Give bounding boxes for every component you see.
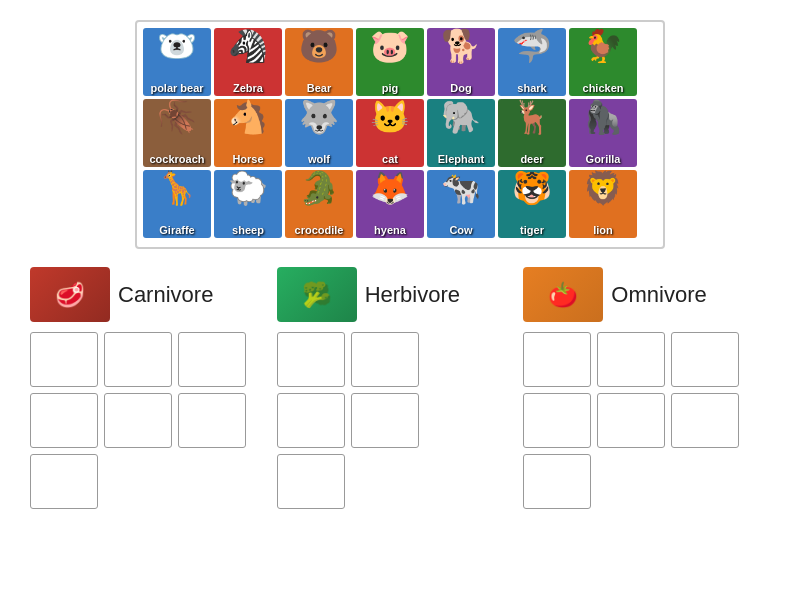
animal-label: pig	[382, 82, 399, 94]
animal-card-bear[interactable]: 🐻Bear	[285, 28, 353, 96]
animal-card-chicken[interactable]: 🐓chicken	[569, 28, 637, 96]
animal-label: wolf	[308, 153, 330, 165]
animal-card-polar-bear[interactable]: 🐻‍❄️polar bear	[143, 28, 211, 96]
animal-emoji-1: 🐑	[214, 172, 282, 204]
drop-box[interactable]	[523, 332, 591, 387]
carnivore-drop-row-1	[30, 332, 246, 387]
carnivore-header: 🥩 Carnivore	[30, 267, 213, 322]
animal-card-gorilla[interactable]: 🦍Gorilla	[569, 99, 637, 167]
animal-emoji-2: 🐻	[285, 30, 353, 62]
animal-emoji-4: 🐕	[427, 30, 495, 62]
animal-card-tiger[interactable]: 🐯tiger	[498, 170, 566, 238]
herbivore-image: 🥦	[277, 267, 357, 322]
animal-emoji-6: 🦁	[569, 172, 637, 204]
animal-label: crocodile	[295, 224, 344, 236]
animal-card-zebra[interactable]: 🦓Zebra	[214, 28, 282, 96]
animal-emoji-2: 🐊	[285, 172, 353, 204]
animal-card-cockroach[interactable]: 🪳cockroach	[143, 99, 211, 167]
animal-card-hyena[interactable]: 🦊hyena	[356, 170, 424, 238]
drop-box[interactable]	[523, 454, 591, 509]
carnivore-drop-row-2	[30, 393, 246, 448]
animal-emoji-3: 🐷	[356, 30, 424, 62]
drop-box[interactable]	[671, 332, 739, 387]
carnivore-drop-row-3	[30, 454, 98, 509]
animal-label: Cow	[449, 224, 472, 236]
drop-box[interactable]	[671, 393, 739, 448]
animal-emoji-3: 🐱	[356, 101, 424, 133]
animal-card-deer[interactable]: 🦌deer	[498, 99, 566, 167]
carnivore-image: 🥩	[30, 267, 110, 322]
animal-emoji-0: 🪳	[143, 101, 211, 133]
animal-card-shark[interactable]: 🦈shark	[498, 28, 566, 96]
animal-card-elephant[interactable]: 🐘Elephant	[427, 99, 495, 167]
animal-emoji-3: 🦊	[356, 172, 424, 204]
animal-card-lion[interactable]: 🦁lion	[569, 170, 637, 238]
animal-card-cat[interactable]: 🐱cat	[356, 99, 424, 167]
drop-box[interactable]	[597, 393, 665, 448]
animal-label: Elephant	[438, 153, 484, 165]
drop-box[interactable]	[30, 393, 98, 448]
animal-card-wolf[interactable]: 🐺wolf	[285, 99, 353, 167]
animal-label: Gorilla	[586, 153, 621, 165]
drop-box[interactable]	[104, 332, 172, 387]
animal-card-sheep[interactable]: 🐑sheep	[214, 170, 282, 238]
animal-emoji-4: 🐘	[427, 101, 495, 133]
herbivore-header: 🥦 Herbivore	[277, 267, 460, 322]
animal-label: cockroach	[149, 153, 204, 165]
animal-emoji-0: 🐻‍❄️	[143, 30, 211, 62]
drop-box[interactable]	[30, 454, 98, 509]
animal-label: hyena	[374, 224, 406, 236]
animal-label: deer	[520, 153, 543, 165]
animal-emoji-6: 🦍	[569, 101, 637, 133]
animal-emoji-1: 🐴	[214, 101, 282, 133]
drop-box[interactable]	[351, 332, 419, 387]
animal-emoji-1: 🦓	[214, 30, 282, 62]
sorting-area: 🥩 Carnivore 🥦 Herbivore	[0, 267, 800, 509]
omnivore-header: 🍅 Omnivore	[523, 267, 706, 322]
carnivore-column: 🥩 Carnivore	[30, 267, 277, 509]
drop-box[interactable]	[277, 393, 345, 448]
carnivore-label: Carnivore	[118, 282, 213, 308]
herbivore-drop-row-1	[277, 332, 419, 387]
herbivore-column: 🥦 Herbivore	[277, 267, 524, 509]
animal-emoji-6: 🐓	[569, 30, 637, 62]
omnivore-column: 🍅 Omnivore	[523, 267, 770, 509]
drop-box[interactable]	[178, 332, 246, 387]
grid-row-1: 🐻‍❄️polar bear🦓Zebra🐻Bear🐷pig🐕Dog🦈shark🐓…	[143, 28, 657, 96]
animal-card-dog[interactable]: 🐕Dog	[427, 28, 495, 96]
animal-label: cat	[382, 153, 398, 165]
animal-card-cow[interactable]: 🐄Cow	[427, 170, 495, 238]
drop-box[interactable]	[30, 332, 98, 387]
animal-label: tiger	[520, 224, 544, 236]
animal-label: Dog	[450, 82, 471, 94]
animal-emoji-2: 🐺	[285, 101, 353, 133]
animal-card-pig[interactable]: 🐷pig	[356, 28, 424, 96]
drop-box[interactable]	[178, 393, 246, 448]
animal-card-crocodile[interactable]: 🐊crocodile	[285, 170, 353, 238]
omnivore-drop-row-2	[523, 393, 739, 448]
animal-label: sheep	[232, 224, 264, 236]
drop-box[interactable]	[523, 393, 591, 448]
herbivore-label: Herbivore	[365, 282, 460, 308]
omnivore-drop-row-1	[523, 332, 739, 387]
animal-label: Zebra	[233, 82, 263, 94]
animal-label: Horse	[232, 153, 263, 165]
animal-card-horse[interactable]: 🐴Horse	[214, 99, 282, 167]
animal-label: lion	[593, 224, 613, 236]
animal-card-giraffe[interactable]: 🦒Giraffe	[143, 170, 211, 238]
animal-label: Giraffe	[159, 224, 194, 236]
drop-box[interactable]	[277, 332, 345, 387]
drop-box[interactable]	[277, 454, 345, 509]
drop-box[interactable]	[597, 332, 665, 387]
grid-row-3: 🦒Giraffe🐑sheep🐊crocodile🦊hyena🐄Cow🐯tiger…	[143, 170, 657, 238]
animal-emoji-5: 🦌	[498, 101, 566, 133]
herbivore-drop-row-2	[277, 393, 419, 448]
animal-emoji-4: 🐄	[427, 172, 495, 204]
herbivore-drop-row-3	[277, 454, 345, 509]
animal-label: polar bear	[150, 82, 203, 94]
animal-emoji-0: 🦒	[143, 172, 211, 204]
animal-emoji-5: 🐯	[498, 172, 566, 204]
drop-box[interactable]	[351, 393, 419, 448]
drop-box[interactable]	[104, 393, 172, 448]
animal-label: chicken	[583, 82, 624, 94]
